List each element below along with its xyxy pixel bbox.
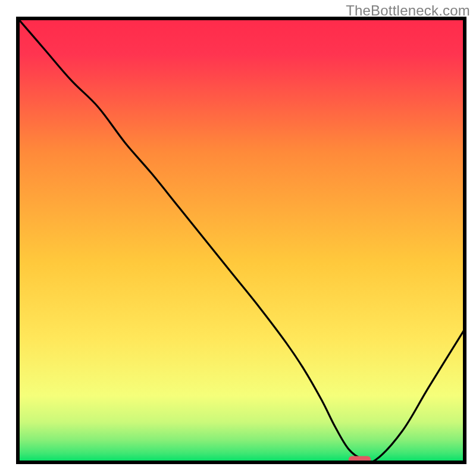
bottleneck-chart (0, 0, 476, 476)
plot-background (18, 18, 465, 462)
chart-container: TheBottleneck.com (0, 0, 476, 476)
watermark-text: TheBottleneck.com (346, 2, 470, 19)
